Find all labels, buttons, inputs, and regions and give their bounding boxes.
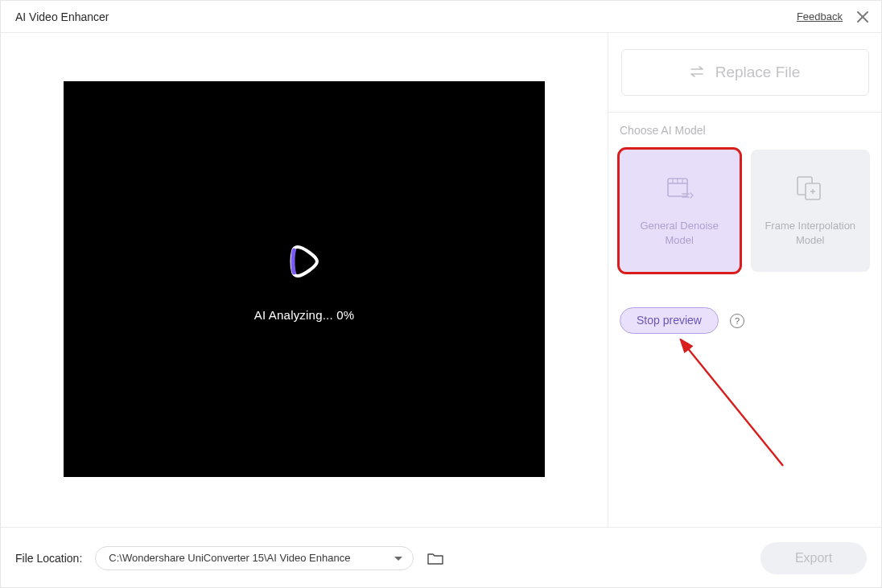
model-label: General Denoise Model: [640, 219, 719, 247]
close-icon[interactable]: [855, 10, 870, 24]
model-label: Frame Interpolation Model: [765, 219, 855, 247]
file-location-select-wrap: [95, 546, 414, 570]
video-preview: AI Analyzing... 0%: [64, 81, 545, 477]
settings-pane: Replace File Choose AI Model: [608, 33, 881, 527]
preview-pane: AI Analyzing... 0%: [1, 33, 608, 527]
content-area: AI Analyzing... 0% Replace File Choose A…: [1, 33, 881, 527]
replace-file-label: Replace File: [715, 64, 801, 81]
swap-icon: [690, 64, 706, 81]
file-location-label: File Location:: [15, 552, 82, 565]
choose-model-label: Choose AI Model: [620, 124, 870, 137]
app-window: AI Video Enhancer Feedback AI Analyzing.…: [0, 0, 882, 588]
model-frame-interpolation[interactable]: Frame Interpolation Model: [751, 150, 871, 272]
open-folder-button[interactable]: [427, 549, 444, 567]
footer-bar: File Location: Export: [1, 527, 881, 588]
feedback-link[interactable]: Feedback: [797, 10, 843, 23]
export-button[interactable]: Export: [760, 542, 867, 574]
play-logo-icon: [280, 237, 328, 286]
divider: [608, 112, 881, 113]
model-options: General Denoise Model Frame: [620, 150, 870, 272]
model-general-denoise[interactable]: General Denoise Model: [620, 150, 740, 272]
titlebar-actions: Feedback: [797, 10, 870, 24]
help-icon[interactable]: ?: [730, 314, 744, 328]
titlebar: AI Video Enhancer Feedback: [1, 1, 881, 33]
frame-interp-icon: [794, 174, 826, 206]
denoise-model-icon: [663, 174, 695, 206]
file-location-select[interactable]: [95, 546, 414, 570]
app-title: AI Video Enhancer: [15, 10, 109, 23]
preview-actions: Stop preview ?: [620, 307, 870, 334]
analyzing-label: AI Analyzing...: [254, 308, 333, 322]
analyzing-progress: 0%: [336, 308, 354, 322]
stop-preview-button[interactable]: Stop preview: [620, 307, 719, 334]
analyzing-status: AI Analyzing... 0%: [254, 308, 355, 322]
replace-file-button[interactable]: Replace File: [621, 49, 869, 96]
